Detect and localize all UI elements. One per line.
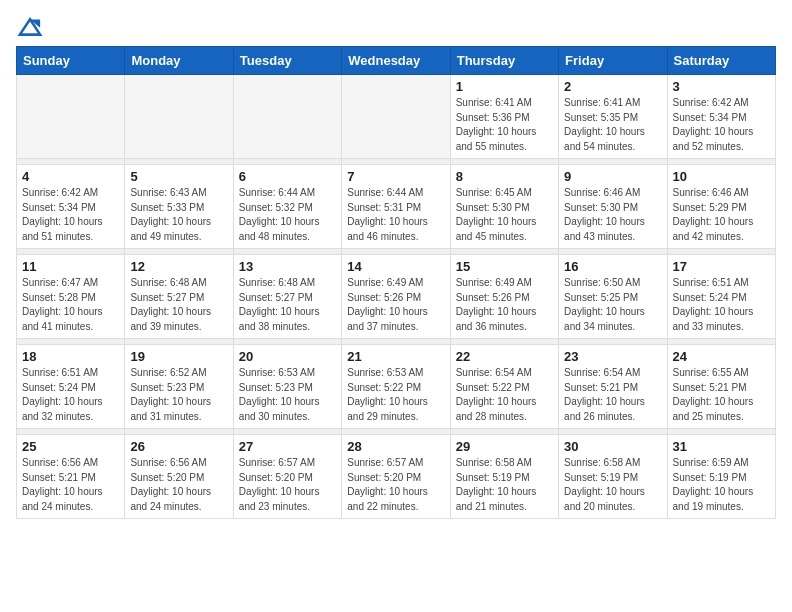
calendar-header-row: SundayMondayTuesdayWednesdayThursdayFrid… [17,47,776,75]
day-number: 25 [22,439,119,454]
day-number: 19 [130,349,227,364]
calendar-day-cell: 15Sunrise: 6:49 AMSunset: 5:26 PMDayligh… [450,255,558,339]
calendar-day-cell: 20Sunrise: 6:53 AMSunset: 5:23 PMDayligh… [233,345,341,429]
calendar-day-cell: 22Sunrise: 6:54 AMSunset: 5:22 PMDayligh… [450,345,558,429]
calendar-day-cell: 17Sunrise: 6:51 AMSunset: 5:24 PMDayligh… [667,255,775,339]
day-number: 6 [239,169,336,184]
day-number: 12 [130,259,227,274]
day-info: Sunrise: 6:49 AMSunset: 5:26 PMDaylight:… [456,276,553,334]
day-number: 27 [239,439,336,454]
calendar-day-cell: 23Sunrise: 6:54 AMSunset: 5:21 PMDayligh… [559,345,667,429]
day-info: Sunrise: 6:51 AMSunset: 5:24 PMDaylight:… [673,276,770,334]
calendar-day-cell: 9Sunrise: 6:46 AMSunset: 5:30 PMDaylight… [559,165,667,249]
day-info: Sunrise: 6:51 AMSunset: 5:24 PMDaylight:… [22,366,119,424]
day-info: Sunrise: 6:44 AMSunset: 5:32 PMDaylight:… [239,186,336,244]
day-info: Sunrise: 6:43 AMSunset: 5:33 PMDaylight:… [130,186,227,244]
day-number: 1 [456,79,553,94]
day-number: 31 [673,439,770,454]
calendar-day-cell [17,75,125,159]
calendar-day-cell [233,75,341,159]
logo [16,16,48,38]
day-info: Sunrise: 6:47 AMSunset: 5:28 PMDaylight:… [22,276,119,334]
calendar-day-cell: 26Sunrise: 6:56 AMSunset: 5:20 PMDayligh… [125,435,233,519]
day-info: Sunrise: 6:59 AMSunset: 5:19 PMDaylight:… [673,456,770,514]
day-number: 15 [456,259,553,274]
day-info: Sunrise: 6:54 AMSunset: 5:21 PMDaylight:… [564,366,661,424]
calendar-day-cell [125,75,233,159]
day-info: Sunrise: 6:56 AMSunset: 5:20 PMDaylight:… [130,456,227,514]
calendar-week-row: 25Sunrise: 6:56 AMSunset: 5:21 PMDayligh… [17,435,776,519]
day-info: Sunrise: 6:46 AMSunset: 5:30 PMDaylight:… [564,186,661,244]
day-number: 16 [564,259,661,274]
calendar-day-cell: 25Sunrise: 6:56 AMSunset: 5:21 PMDayligh… [17,435,125,519]
day-number: 4 [22,169,119,184]
day-info: Sunrise: 6:48 AMSunset: 5:27 PMDaylight:… [239,276,336,334]
calendar-day-cell: 6Sunrise: 6:44 AMSunset: 5:32 PMDaylight… [233,165,341,249]
day-number: 5 [130,169,227,184]
day-number: 29 [456,439,553,454]
day-info: Sunrise: 6:58 AMSunset: 5:19 PMDaylight:… [456,456,553,514]
day-number: 22 [456,349,553,364]
calendar-day-cell: 12Sunrise: 6:48 AMSunset: 5:27 PMDayligh… [125,255,233,339]
day-number: 11 [22,259,119,274]
calendar-day-cell: 2Sunrise: 6:41 AMSunset: 5:35 PMDaylight… [559,75,667,159]
day-info: Sunrise: 6:48 AMSunset: 5:27 PMDaylight:… [130,276,227,334]
logo-icon [16,16,44,38]
calendar-day-cell: 21Sunrise: 6:53 AMSunset: 5:22 PMDayligh… [342,345,450,429]
day-number: 8 [456,169,553,184]
weekday-header: Saturday [667,47,775,75]
day-number: 30 [564,439,661,454]
calendar-day-cell: 27Sunrise: 6:57 AMSunset: 5:20 PMDayligh… [233,435,341,519]
calendar-day-cell: 5Sunrise: 6:43 AMSunset: 5:33 PMDaylight… [125,165,233,249]
calendar-day-cell: 7Sunrise: 6:44 AMSunset: 5:31 PMDaylight… [342,165,450,249]
day-number: 20 [239,349,336,364]
day-info: Sunrise: 6:49 AMSunset: 5:26 PMDaylight:… [347,276,444,334]
weekday-header: Wednesday [342,47,450,75]
day-info: Sunrise: 6:42 AMSunset: 5:34 PMDaylight:… [673,96,770,154]
day-info: Sunrise: 6:53 AMSunset: 5:22 PMDaylight:… [347,366,444,424]
calendar-day-cell: 24Sunrise: 6:55 AMSunset: 5:21 PMDayligh… [667,345,775,429]
day-number: 13 [239,259,336,274]
calendar-day-cell: 4Sunrise: 6:42 AMSunset: 5:34 PMDaylight… [17,165,125,249]
day-info: Sunrise: 6:58 AMSunset: 5:19 PMDaylight:… [564,456,661,514]
day-info: Sunrise: 6:55 AMSunset: 5:21 PMDaylight:… [673,366,770,424]
day-info: Sunrise: 6:45 AMSunset: 5:30 PMDaylight:… [456,186,553,244]
day-info: Sunrise: 6:46 AMSunset: 5:29 PMDaylight:… [673,186,770,244]
day-number: 24 [673,349,770,364]
calendar-day-cell: 10Sunrise: 6:46 AMSunset: 5:29 PMDayligh… [667,165,775,249]
calendar-day-cell: 16Sunrise: 6:50 AMSunset: 5:25 PMDayligh… [559,255,667,339]
calendar-day-cell: 19Sunrise: 6:52 AMSunset: 5:23 PMDayligh… [125,345,233,429]
calendar-week-row: 18Sunrise: 6:51 AMSunset: 5:24 PMDayligh… [17,345,776,429]
day-info: Sunrise: 6:57 AMSunset: 5:20 PMDaylight:… [347,456,444,514]
calendar-day-cell: 13Sunrise: 6:48 AMSunset: 5:27 PMDayligh… [233,255,341,339]
day-info: Sunrise: 6:52 AMSunset: 5:23 PMDaylight:… [130,366,227,424]
calendar-week-row: 1Sunrise: 6:41 AMSunset: 5:36 PMDaylight… [17,75,776,159]
calendar-week-row: 11Sunrise: 6:47 AMSunset: 5:28 PMDayligh… [17,255,776,339]
weekday-header: Thursday [450,47,558,75]
day-number: 9 [564,169,661,184]
day-number: 26 [130,439,227,454]
calendar-day-cell: 1Sunrise: 6:41 AMSunset: 5:36 PMDaylight… [450,75,558,159]
weekday-header: Sunday [17,47,125,75]
day-number: 21 [347,349,444,364]
calendar-day-cell: 8Sunrise: 6:45 AMSunset: 5:30 PMDaylight… [450,165,558,249]
calendar-day-cell: 29Sunrise: 6:58 AMSunset: 5:19 PMDayligh… [450,435,558,519]
day-info: Sunrise: 6:54 AMSunset: 5:22 PMDaylight:… [456,366,553,424]
day-number: 2 [564,79,661,94]
weekday-header: Friday [559,47,667,75]
calendar-day-cell: 28Sunrise: 6:57 AMSunset: 5:20 PMDayligh… [342,435,450,519]
day-info: Sunrise: 6:41 AMSunset: 5:35 PMDaylight:… [564,96,661,154]
calendar-day-cell: 30Sunrise: 6:58 AMSunset: 5:19 PMDayligh… [559,435,667,519]
day-info: Sunrise: 6:57 AMSunset: 5:20 PMDaylight:… [239,456,336,514]
calendar-table: SundayMondayTuesdayWednesdayThursdayFrid… [16,46,776,519]
day-info: Sunrise: 6:56 AMSunset: 5:21 PMDaylight:… [22,456,119,514]
day-number: 23 [564,349,661,364]
day-info: Sunrise: 6:42 AMSunset: 5:34 PMDaylight:… [22,186,119,244]
calendar-day-cell: 11Sunrise: 6:47 AMSunset: 5:28 PMDayligh… [17,255,125,339]
day-number: 3 [673,79,770,94]
day-number: 17 [673,259,770,274]
calendar-day-cell: 14Sunrise: 6:49 AMSunset: 5:26 PMDayligh… [342,255,450,339]
day-number: 7 [347,169,444,184]
page-header [16,16,776,38]
day-number: 14 [347,259,444,274]
